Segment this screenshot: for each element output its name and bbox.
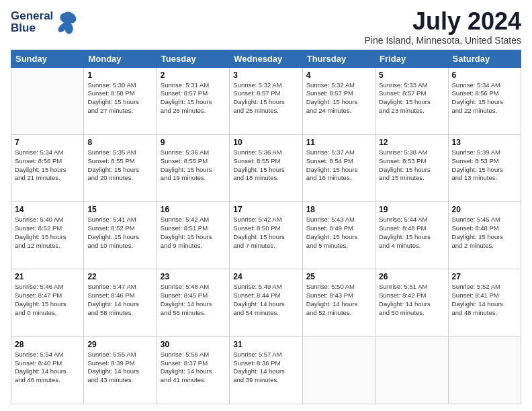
cell-info: Sunrise: 5:46 AMSunset: 8:47 PMDaylight:… <box>15 283 80 317</box>
info-line: Sunset: 8:57 PM <box>379 89 426 97</box>
day-number: 18 <box>306 205 371 214</box>
cell-info: Sunrise: 5:32 AMSunset: 8:57 PMDaylight:… <box>233 81 298 116</box>
info-line: Sunrise: 5:54 AM <box>15 351 63 358</box>
info-line: Sunrise: 5:34 AM <box>15 148 63 156</box>
info-line: Daylight: 15 hours <box>306 98 358 105</box>
table-cell: 7Sunrise: 5:34 AMSunset: 8:56 PMDaylight… <box>11 134 84 201</box>
info-line: Sunset: 8:49 PM <box>306 224 353 232</box>
info-line: Sunrise: 5:49 AM <box>233 283 281 290</box>
info-line: and 0 minutes. <box>15 309 56 316</box>
info-line: Daylight: 15 hours <box>379 98 431 105</box>
day-number: 10 <box>233 138 298 147</box>
info-line: Sunrise: 5:42 AM <box>161 216 209 223</box>
info-line: Sunrise: 5:33 AM <box>379 81 427 89</box>
table-cell: 19Sunrise: 5:44 AMSunset: 8:48 PMDayligh… <box>375 202 448 269</box>
day-number: 31 <box>233 340 298 349</box>
cell-info: Sunrise: 5:45 AMSunset: 8:48 PMDaylight:… <box>452 216 517 250</box>
col-saturday: Saturday <box>448 50 521 67</box>
day-number: 15 <box>87 205 152 214</box>
info-line: Daylight: 14 hours <box>161 300 212 308</box>
info-line: Sunset: 8:45 PM <box>161 291 208 299</box>
info-line: Sunrise: 5:42 AM <box>233 216 281 223</box>
info-line: Sunset: 8:55 PM <box>161 157 208 165</box>
table-cell: 1Sunrise: 5:30 AMSunset: 8:58 PMDaylight… <box>84 67 157 134</box>
table-cell: 26Sunrise: 5:51 AMSunset: 8:42 PMDayligh… <box>375 269 448 336</box>
table-cell: 10Sunrise: 5:36 AMSunset: 8:55 PMDayligh… <box>230 134 302 201</box>
info-line: Sunset: 8:42 PM <box>379 291 426 299</box>
table-cell: 31Sunrise: 5:57 AMSunset: 8:36 PMDayligh… <box>230 336 302 404</box>
info-line: and 12 minutes. <box>15 242 60 249</box>
day-number: 17 <box>233 205 298 214</box>
table-cell <box>11 67 84 134</box>
info-line: Sunrise: 5:45 AM <box>452 216 500 223</box>
table-cell <box>448 336 521 404</box>
table-cell <box>375 336 448 404</box>
table-cell: 11Sunrise: 5:37 AMSunset: 8:54 PMDayligh… <box>302 134 375 201</box>
cell-info: Sunrise: 5:44 AMSunset: 8:48 PMDaylight:… <box>379 216 444 250</box>
cell-info: Sunrise: 5:41 AMSunset: 8:52 PMDaylight:… <box>87 216 152 250</box>
info-line: Sunrise: 5:36 AM <box>233 148 281 156</box>
day-number: 23 <box>161 272 226 281</box>
info-line: Daylight: 15 hours <box>306 233 358 240</box>
cell-info: Sunrise: 5:42 AMSunset: 8:50 PMDaylight:… <box>233 216 298 250</box>
table-cell: 2Sunrise: 5:31 AMSunset: 8:57 PMDaylight… <box>157 67 229 134</box>
info-line: Sunrise: 5:30 AM <box>87 81 136 89</box>
cell-info: Sunrise: 5:47 AMSunset: 8:46 PMDaylight:… <box>87 283 152 317</box>
info-line: Sunrise: 5:57 AM <box>233 351 281 358</box>
day-number: 3 <box>233 71 298 80</box>
info-line: Sunrise: 5:32 AM <box>306 81 355 89</box>
info-line: Sunrise: 5:50 AM <box>306 283 355 290</box>
cell-info: Sunrise: 5:36 AMSunset: 8:55 PMDaylight:… <box>161 148 226 183</box>
info-line: Sunrise: 5:46 AM <box>15 283 63 290</box>
cell-info: Sunrise: 5:38 AMSunset: 8:53 PMDaylight:… <box>379 148 444 183</box>
calendar-table: Sunday Monday Tuesday Wednesday Thursday… <box>11 50 521 404</box>
col-thursday: Thursday <box>302 50 375 67</box>
info-line: and 4 minutes. <box>379 242 420 249</box>
info-line: Sunset: 8:54 PM <box>306 157 353 165</box>
cell-info: Sunrise: 5:30 AMSunset: 8:58 PMDaylight:… <box>87 81 152 116</box>
location-subtitle: Pine Island, Minnesota, United States <box>365 35 521 46</box>
col-wednesday: Wednesday <box>230 50 302 67</box>
info-line: and 21 minutes. <box>15 174 60 181</box>
table-cell: 3Sunrise: 5:32 AMSunset: 8:57 PMDaylight… <box>230 67 302 134</box>
info-line: Sunset: 8:47 PM <box>15 291 62 299</box>
info-line: Sunset: 8:44 PM <box>233 291 280 299</box>
info-line: Sunset: 8:52 PM <box>15 224 62 232</box>
info-line: Sunrise: 5:31 AM <box>161 81 209 89</box>
day-number: 20 <box>452 205 517 214</box>
table-cell: 17Sunrise: 5:42 AMSunset: 8:50 PMDayligh… <box>230 202 302 269</box>
info-line: Sunrise: 5:36 AM <box>161 148 209 156</box>
info-line: and 56 minutes. <box>161 309 206 316</box>
info-line: Sunset: 8:43 PM <box>306 291 353 299</box>
info-line: Sunset: 8:53 PM <box>452 157 499 165</box>
cell-info: Sunrise: 5:56 AMSunset: 8:37 PMDaylight:… <box>161 351 226 385</box>
table-cell: 6Sunrise: 5:34 AMSunset: 8:56 PMDaylight… <box>448 67 521 134</box>
logo-general: General <box>11 10 53 22</box>
day-number: 4 <box>306 71 371 80</box>
day-number: 29 <box>87 340 152 349</box>
info-line: Sunrise: 5:47 AM <box>87 283 136 290</box>
day-number: 26 <box>379 272 444 281</box>
day-number: 7 <box>15 138 80 147</box>
cell-info: Sunrise: 5:49 AMSunset: 8:44 PMDaylight:… <box>233 283 298 317</box>
info-line: Daylight: 15 hours <box>452 166 504 173</box>
info-line: and 23 minutes. <box>379 107 425 114</box>
header: General Blue July 2024 Pine Island, Minn… <box>11 8 521 46</box>
info-line: Sunset: 8:55 PM <box>233 157 280 165</box>
week-row-4: 21Sunrise: 5:46 AMSunset: 8:47 PMDayligh… <box>11 269 521 336</box>
table-cell: 14Sunrise: 5:40 AMSunset: 8:52 PMDayligh… <box>11 202 84 269</box>
info-line: Daylight: 14 hours <box>306 300 358 308</box>
cell-info: Sunrise: 5:34 AMSunset: 8:56 PMDaylight:… <box>15 148 80 183</box>
info-line: and 13 minutes. <box>452 174 498 181</box>
info-line: Sunset: 8:56 PM <box>452 89 499 97</box>
info-line: and 20 minutes. <box>87 174 133 181</box>
info-line: Daylight: 15 hours <box>87 98 139 105</box>
info-line: Sunset: 8:57 PM <box>306 89 353 97</box>
info-line: Sunset: 8:41 PM <box>452 291 499 299</box>
col-friday: Friday <box>375 50 448 67</box>
table-cell: 24Sunrise: 5:49 AMSunset: 8:44 PMDayligh… <box>230 269 302 336</box>
info-line: Daylight: 15 hours <box>233 233 285 240</box>
week-row-5: 28Sunrise: 5:54 AMSunset: 8:40 PMDayligh… <box>11 336 521 404</box>
info-line: Sunset: 8:48 PM <box>379 224 426 232</box>
day-number: 19 <box>379 205 444 214</box>
